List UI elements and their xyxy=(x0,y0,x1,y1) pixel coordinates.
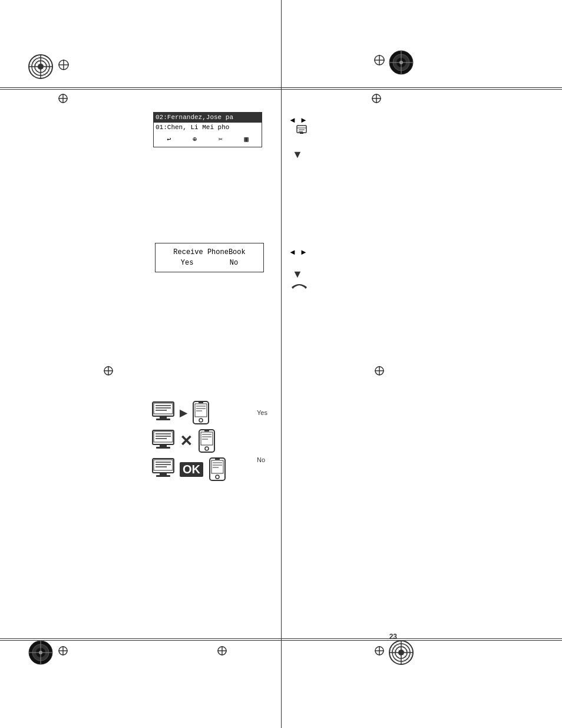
left-arrow-icon[interactable]: ◄ xyxy=(289,116,296,124)
nav-left-right-2: ◄ ► xyxy=(289,248,308,256)
phone-device-icon-3 xyxy=(207,457,228,481)
page-number: 23 xyxy=(389,633,397,641)
transfer-row-ok: OK xyxy=(150,457,228,481)
screen-row-selected: 02:Fernandez,Jose pa xyxy=(154,113,262,123)
svg-rect-38 xyxy=(154,403,173,414)
screen-row-normal: 01:Chen, Li Mei pho xyxy=(154,123,262,133)
right-arrow-icon[interactable]: ► xyxy=(300,116,308,124)
crosshair-mid-left xyxy=(103,365,114,376)
dialog-options: Yes No xyxy=(163,259,256,267)
right-arrow-2-icon[interactable]: ► xyxy=(300,248,308,256)
transfer-arrow-yes: ▶ xyxy=(180,407,187,419)
crosshair-bottom-left-small xyxy=(58,645,68,656)
no-label: No xyxy=(257,454,265,465)
computer-icon-2 xyxy=(150,429,176,453)
svg-rect-39 xyxy=(160,416,167,419)
crosshair-right-2nd xyxy=(371,93,382,104)
bullseye-top-left xyxy=(28,54,53,79)
svg-rect-52 xyxy=(154,431,173,442)
svg-rect-34 xyxy=(300,132,303,134)
svg-rect-66 xyxy=(154,460,173,470)
phone-device-icon-1 xyxy=(190,401,211,424)
end-call-button[interactable] xyxy=(290,280,308,293)
crosshair-mid-right xyxy=(374,365,385,376)
bullseye-top-right xyxy=(389,50,414,75)
select-down-2[interactable]: ▼ xyxy=(292,268,303,281)
computer-icon-3 xyxy=(150,457,176,481)
svg-rect-73 xyxy=(211,460,223,473)
phone-small-icon: ▦ xyxy=(244,135,249,145)
transfer-row-yes: ▶ xyxy=(150,401,228,424)
nav-left-right-1: ◄ ► xyxy=(289,116,308,124)
svg-rect-53 xyxy=(160,444,167,447)
memo-icon xyxy=(296,125,307,137)
crosshair-left-2nd xyxy=(58,93,68,104)
scissors-icon: ✂ xyxy=(219,135,223,145)
crosshair-bottom-right-small xyxy=(374,645,385,656)
svg-point-74 xyxy=(216,475,219,479)
dialog-no[interactable]: No xyxy=(230,259,238,267)
svg-point-60 xyxy=(205,447,209,450)
computer-icon-1 xyxy=(150,401,176,424)
cancel-x-icon: ✕ xyxy=(180,432,193,450)
phone-screen-display: 02:Fernandez,Jose pa 01:Chen, Li Mei pho… xyxy=(153,112,262,147)
svg-rect-68 xyxy=(156,475,170,477)
svg-point-46 xyxy=(199,419,203,422)
svg-rect-67 xyxy=(160,473,167,475)
dialog-title: Receive PhoneBook xyxy=(163,248,256,256)
svg-rect-40 xyxy=(156,419,170,420)
select-down-1[interactable]: ▼ xyxy=(292,149,303,161)
crosshair-top-left-small xyxy=(58,59,70,71)
bullseye-bottom-left xyxy=(28,640,53,665)
ok-label: OK xyxy=(180,462,203,477)
transfer-area: ▶ ✕ xyxy=(150,401,228,486)
yes-label: Yes xyxy=(257,407,267,417)
crosshair-bottom-center xyxy=(217,645,227,656)
phone-device-icon-2 xyxy=(196,429,217,453)
dialog-yes[interactable]: Yes xyxy=(181,259,194,267)
svg-rect-45 xyxy=(195,404,207,417)
back-icon: ↩ xyxy=(167,135,171,145)
bullseye-bottom-right xyxy=(389,640,414,665)
svg-rect-54 xyxy=(156,447,170,449)
svg-rect-59 xyxy=(201,432,213,445)
screen-icon-row: ↩ ⊕ ✂ ▦ xyxy=(154,133,262,147)
settings-icon: ⊕ xyxy=(193,135,197,145)
transfer-row-cancel: ✕ xyxy=(150,429,228,453)
crosshair-top-right-small xyxy=(373,54,385,66)
receive-phonebook-dialog: Receive PhoneBook Yes No xyxy=(155,243,264,272)
left-arrow-2-icon[interactable]: ◄ xyxy=(289,248,296,256)
